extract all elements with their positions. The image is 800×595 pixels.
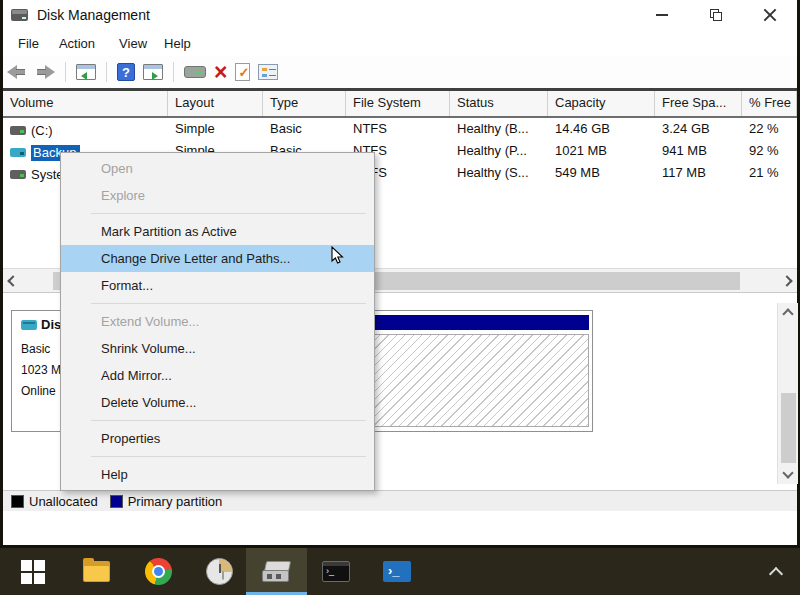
menu-item-extend-volume: Extend Volume... (61, 308, 374, 335)
back-arrow-icon[interactable] (7, 65, 27, 79)
menu-item-explore: Explore (61, 182, 374, 209)
cell-status: Healthy (P... (450, 140, 548, 162)
volume-icon (10, 170, 26, 179)
cell-pct-free: 21 % (742, 162, 797, 184)
taskbar-clock-app[interactable] (201, 548, 237, 595)
cell-pct-free: 92 % (742, 140, 797, 162)
toolbar-separator (65, 62, 66, 82)
disk-icon (21, 320, 37, 330)
menu-help[interactable]: Help (164, 36, 191, 51)
taskbar-file-explorer[interactable] (78, 548, 114, 595)
powershell-icon (383, 561, 411, 582)
taskbar-disk-management-active[interactable] (246, 548, 307, 595)
cell-status: Healthy (S... (450, 162, 548, 184)
cell-status: Healthy (B... (450, 118, 548, 140)
primary-partition-swatch (110, 495, 123, 508)
taskbar-chrome[interactable] (140, 548, 176, 595)
column-pct-free[interactable]: % Free (742, 91, 797, 116)
menu-item-help[interactable]: Help (61, 461, 374, 488)
show-console-tree-icon[interactable] (76, 64, 96, 80)
start-button[interactable] (10, 548, 56, 595)
cell-free: 117 MB (655, 162, 742, 184)
cell-free: 3.24 GB (655, 118, 742, 140)
cell-fs: NTFS (346, 118, 450, 140)
mouse-cursor (329, 246, 347, 264)
menu-item-open: Open (61, 155, 374, 182)
column-status[interactable]: Status (450, 91, 548, 116)
minimize-icon (656, 14, 668, 16)
cell-capacity: 549 MB (548, 162, 655, 184)
chevron-up-icon (769, 567, 783, 581)
disk-management-icon (262, 560, 292, 584)
menu-item-delete-volume[interactable]: Delete Volume... (61, 389, 374, 416)
vertical-scrollbar[interactable] (777, 303, 798, 484)
menu-item-shrink-volume[interactable]: Shrink Volume... (61, 335, 374, 362)
menu-separator (91, 456, 366, 457)
help-icon[interactable]: ? (117, 63, 135, 81)
scroll-down-icon[interactable] (782, 467, 793, 478)
column-capacity[interactable]: Capacity (548, 91, 655, 116)
volume-table-header: Volume Layout Type File System Status Ca… (3, 88, 797, 118)
show-action-pane-icon[interactable] (143, 64, 163, 80)
window-controls (635, 0, 797, 30)
menu-view[interactable]: View (119, 36, 147, 51)
disk-view-icon[interactable] (184, 66, 206, 78)
menu-item-format[interactable]: Format... (61, 272, 374, 299)
windows-logo-icon (21, 560, 45, 584)
clock-icon (206, 558, 233, 585)
taskbar-powershell[interactable] (379, 548, 415, 595)
taskbar-command-prompt[interactable] (318, 548, 354, 595)
properties-icon[interactable] (258, 64, 278, 80)
disk-management-app-icon (11, 9, 28, 21)
menu-item-mark-partition-active[interactable]: Mark Partition as Active (61, 218, 374, 245)
close-button[interactable] (743, 0, 797, 30)
menu-separator (91, 213, 366, 214)
cell-free: 941 MB (655, 140, 742, 162)
menu-separator (91, 303, 366, 304)
menu-item-change-drive-letter[interactable]: Change Drive Letter and Paths... (61, 245, 374, 272)
table-row[interactable]: (C:) Simple Basic NTFS Healthy (B... 14.… (3, 118, 797, 140)
cell-capacity: 1021 MB (548, 140, 655, 162)
folder-icon (83, 561, 110, 582)
restore-button[interactable] (689, 0, 743, 30)
scroll-left-icon[interactable] (7, 275, 18, 286)
column-volume[interactable]: Volume (3, 91, 168, 116)
volume-icon (10, 126, 26, 135)
window-title: Disk Management (37, 7, 150, 23)
forward-arrow-icon[interactable] (35, 65, 55, 79)
legend-primary-partition-label: Primary partition (128, 494, 223, 509)
minimize-button[interactable] (635, 0, 689, 30)
toolbar-separator (173, 62, 174, 82)
context-menu: Open Explore Mark Partition as Active Ch… (60, 152, 375, 491)
command-prompt-icon (322, 561, 350, 582)
desktop: Disk Management File Action View Help ? … (0, 0, 800, 595)
unallocated-swatch (11, 495, 24, 508)
chrome-icon (145, 558, 172, 585)
delete-icon[interactable]: × (214, 63, 227, 81)
column-layout[interactable]: Layout (168, 91, 263, 116)
column-free-space[interactable]: Free Spa... (655, 91, 742, 116)
check-document-icon[interactable] (235, 63, 250, 81)
menu-separator (91, 420, 366, 421)
volume-icon (10, 148, 26, 157)
toolbar: ? × (3, 56, 797, 88)
cell-type: Basic (263, 118, 346, 140)
scroll-up-icon[interactable] (782, 308, 793, 319)
cell-layout: Simple (168, 118, 263, 140)
tray-expand-button[interactable] (756, 548, 796, 595)
legend-unallocated-label: Unallocated (29, 494, 98, 509)
menu-item-properties[interactable]: Properties (61, 425, 374, 452)
column-type[interactable]: Type (263, 91, 346, 116)
volume-name: (C:) (31, 123, 53, 138)
menu-file[interactable]: File (18, 36, 39, 51)
menu-item-add-mirror[interactable]: Add Mirror... (61, 362, 374, 389)
vertical-scroll-thumb[interactable] (781, 393, 796, 463)
cell-capacity: 14.46 GB (548, 118, 655, 140)
menu-bar: File Action View Help (3, 30, 797, 56)
column-file-system[interactable]: File System (346, 91, 450, 116)
cell-pct-free: 22 % (742, 118, 797, 140)
taskbar (0, 548, 800, 595)
menu-action[interactable]: Action (59, 36, 95, 51)
scroll-right-icon[interactable] (781, 275, 792, 286)
legend-bar: Unallocated Primary partition (3, 490, 797, 511)
